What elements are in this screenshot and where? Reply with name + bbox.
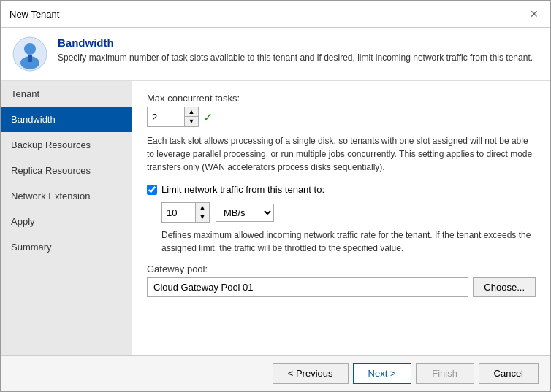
limit-checkbox-label[interactable]: Limit network traffic from this tenant t… <box>162 184 324 195</box>
limit-info-text: Defines maximum allowed incoming network… <box>162 228 536 255</box>
sidebar-item-bandwidth[interactable]: Bandwidth <box>1 107 132 132</box>
max-tasks-input[interactable] <box>148 107 184 126</box>
max-tasks-spinner-buttons: ▲ ▼ <box>184 107 198 126</box>
max-tasks-valid-icon: ✓ <box>203 110 213 124</box>
sidebar-item-network-extension[interactable]: Network Extension <box>1 183 132 209</box>
finish-button[interactable]: Finish <box>416 363 474 384</box>
limit-value-row: ▲ ▼ MB/s GB/s KB/s <box>162 202 536 223</box>
limit-spinner: ▲ ▼ <box>162 202 210 223</box>
tasks-info-text: Each task slot allows processing of a si… <box>147 134 536 174</box>
sidebar-item-replica-resources[interactable]: Replica Resources <box>1 158 132 183</box>
header-section: Bandwidth Specify maximum number of task… <box>1 28 550 81</box>
dialog-title: New Tenant <box>10 9 59 20</box>
limit-decrement[interactable]: ▼ <box>196 212 209 222</box>
previous-button[interactable]: < Previous <box>273 363 349 384</box>
section-description: Specify maximum number of task slots ava… <box>58 52 533 64</box>
sidebar: Tenant Bandwidth Backup Resources Replic… <box>1 81 132 355</box>
new-tenant-dialog: New Tenant ✕ Bandwidth Specify maximum n… <box>0 0 551 392</box>
max-tasks-row: ▲ ▼ ✓ <box>147 107 536 127</box>
limit-increment[interactable]: ▲ <box>196 203 209 212</box>
bandwidth-icon <box>12 36 48 72</box>
close-button[interactable]: ✕ <box>527 7 542 21</box>
max-tasks-label: Max concurrent tasks: <box>147 93 536 104</box>
max-tasks-decrement[interactable]: ▼ <box>185 117 198 126</box>
limit-checkbox-row: Limit network traffic from this tenant t… <box>147 184 536 195</box>
gateway-input[interactable] <box>147 277 468 297</box>
svg-point-1 <box>24 43 36 55</box>
gateway-row: Choose... <box>147 277 536 297</box>
choose-button[interactable]: Choose... <box>473 277 536 297</box>
gateway-label: Gateway pool: <box>147 264 536 274</box>
unit-select[interactable]: MB/s GB/s KB/s <box>216 204 274 222</box>
limit-spinner-buttons: ▲ ▼ <box>195 203 209 222</box>
sidebar-item-backup-resources[interactable]: Backup Resources <box>1 132 132 158</box>
sidebar-item-tenant[interactable]: Tenant <box>1 81 132 107</box>
main-content: Max concurrent tasks: ▲ ▼ ✓ Each task sl… <box>132 81 550 355</box>
body: Tenant Bandwidth Backup Resources Replic… <box>1 81 550 355</box>
max-tasks-increment[interactable]: ▲ <box>185 107 198 117</box>
title-bar-left: New Tenant <box>10 9 59 20</box>
limit-network-checkbox[interactable] <box>147 185 157 195</box>
cancel-button[interactable]: Cancel <box>479 363 539 384</box>
sidebar-item-apply[interactable]: Apply <box>1 209 132 234</box>
limit-input[interactable] <box>162 203 195 222</box>
section-title: Bandwidth <box>58 36 533 49</box>
footer: < Previous Next > Finish Cancel <box>1 355 550 391</box>
next-button[interactable]: Next > <box>353 363 411 384</box>
sidebar-item-summary[interactable]: Summary <box>1 234 132 260</box>
max-tasks-spinner: ▲ ▼ <box>147 107 199 127</box>
svg-rect-3 <box>28 55 32 62</box>
title-bar: New Tenant ✕ <box>1 1 550 28</box>
header-text: Bandwidth Specify maximum number of task… <box>58 36 533 64</box>
